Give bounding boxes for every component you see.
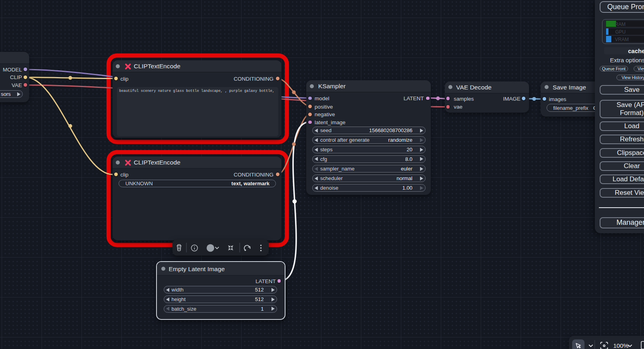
svg-text:100%: 100% [613, 342, 628, 349]
